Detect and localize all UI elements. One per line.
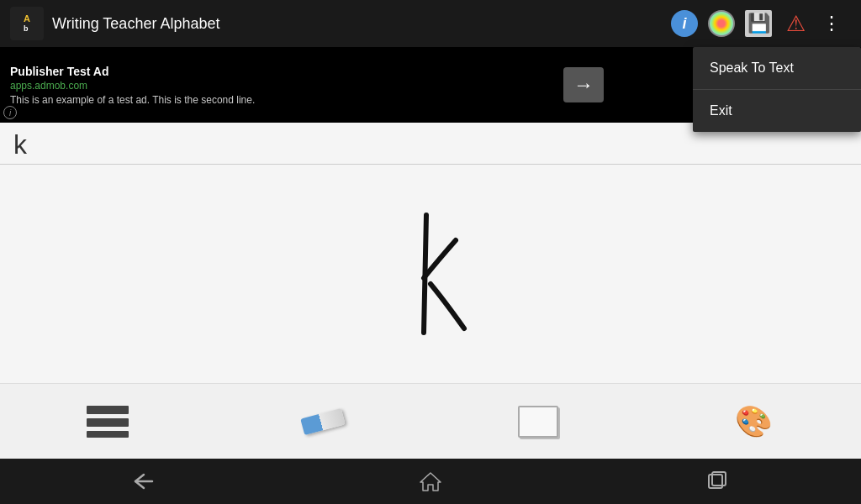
home-nav-icon — [419, 470, 442, 492]
save-button[interactable]: 💾 — [740, 5, 777, 42]
palette-button[interactable] — [703, 5, 740, 42]
bottom-toolbar: 🎨 — [0, 383, 861, 459]
canvas-icon — [518, 406, 558, 438]
save-icon: 💾 — [745, 10, 772, 37]
ad-title: Publisher Test Ad — [10, 65, 553, 78]
recents-nav-button[interactable] — [684, 463, 751, 500]
ad-description: This is an example of a test ad. This is… — [10, 94, 553, 106]
svg-marker-1 — [420, 473, 441, 491]
eraser-button[interactable] — [289, 392, 357, 451]
exit-menu-item[interactable]: Exit — [693, 90, 861, 132]
info-button[interactable]: i — [666, 5, 703, 42]
ad-arrow-icon: → — [573, 73, 594, 97]
drawing-area — [0, 165, 861, 383]
palette-toolbar-icon: 🎨 — [735, 404, 773, 439]
ad-info-icon: i — [3, 106, 17, 119]
lines-button[interactable] — [74, 392, 141, 451]
info-icon: i — [671, 10, 698, 37]
ad-arrow-button[interactable]: → — [563, 67, 604, 102]
more-options-icon: ⋮ — [822, 13, 843, 34]
app-icon: Ab — [10, 7, 44, 40]
top-bar: Ab Writing Teacher Alphabet i 💾 ⚠ ⋮ — [0, 0, 861, 47]
palette-toolbar-button[interactable]: 🎨 — [720, 392, 787, 451]
palette-icon — [708, 10, 735, 37]
ad-url[interactable]: apps.admob.com — [10, 80, 553, 92]
canvas-button[interactable] — [504, 392, 572, 451]
speak-to-text-menu-item[interactable]: Speak To Text — [693, 47, 861, 90]
back-nav-button[interactable] — [110, 463, 177, 500]
alert-icon: ⚠ — [786, 11, 806, 37]
nav-bar — [0, 459, 861, 504]
letter-k-svg — [380, 198, 481, 349]
dropdown-menu: Speak To Text Exit — [693, 47, 861, 132]
letter-area: k — [0, 123, 861, 459]
alert-button[interactable]: ⚠ — [777, 5, 814, 42]
ad-text-block: Publisher Test Ad apps.admob.com This is… — [10, 65, 553, 106]
home-nav-button[interactable] — [397, 463, 464, 500]
app-title: Writing Teacher Alphabet — [52, 15, 666, 33]
more-options-button[interactable]: ⋮ — [814, 5, 851, 42]
lines-icon — [87, 406, 129, 438]
eraser-icon — [300, 407, 345, 434]
recents-nav-icon — [706, 470, 728, 492]
ad-banner: Publisher Test Ad apps.admob.com This is… — [0, 47, 614, 123]
back-nav-icon — [132, 471, 156, 491]
